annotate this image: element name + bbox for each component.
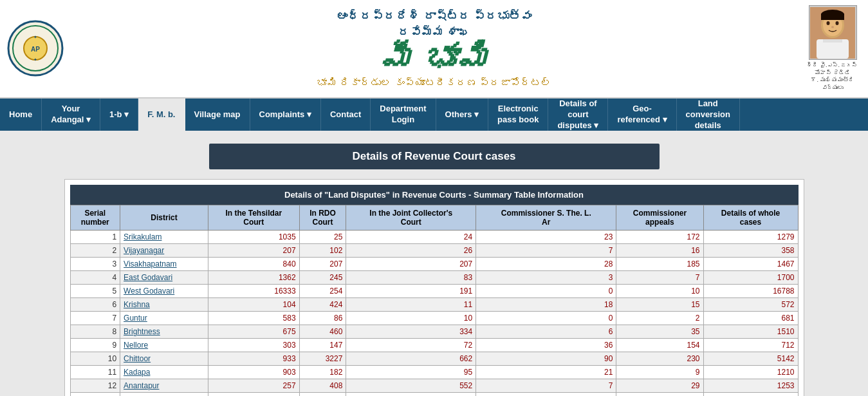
table-row: 5West Godavari1633325419101016788 <box>70 285 798 298</box>
district-cell[interactable]: Vijayanagar <box>120 244 208 258</box>
data-cell: 21 <box>476 366 616 379</box>
data-cell: 7 <box>476 379 616 393</box>
district-cell[interactable]: Guntur <box>120 312 208 325</box>
nav-item-department-login[interactable]: Department Login <box>371 99 436 131</box>
data-cell: 83 <box>346 271 476 285</box>
data-cell: 0 <box>476 312 616 325</box>
svg-rect-15 <box>823 39 842 42</box>
revenue-court-table: Serialnumber District In the TehsildarCo… <box>70 205 799 396</box>
data-cell: 6 <box>70 298 120 312</box>
table-row: 11Kadapa903182952191210 <box>70 366 798 379</box>
data-cell: 191 <box>346 285 476 298</box>
data-cell: 8 <box>70 325 120 339</box>
data-cell: 900 <box>703 393 798 396</box>
nav-item-home[interactable]: Home <box>0 99 42 131</box>
data-cell: 2 <box>70 244 120 258</box>
chief-minister-photo: శ్రీ వై.ఎస్. జగన్ మోహన్ రెడ్డి గౌ. ముఖ్య… <box>804 5 862 92</box>
data-cell: 26 <box>346 244 476 258</box>
data-cell: 681 <box>703 312 798 325</box>
data-cell: 4 <box>70 271 120 285</box>
district-cell[interactable]: West Godavari <box>120 285 208 298</box>
data-cell: 147 <box>299 339 346 352</box>
table-row: 12Anantapur2574085527291253 <box>70 379 798 393</box>
nav-item-village-map[interactable]: Village map <box>185 99 250 131</box>
data-cell: 1510 <box>703 325 798 339</box>
data-cell: 7 <box>616 271 703 285</box>
data-cell: 903 <box>208 366 299 379</box>
table-row: 6Krishna104424111815572 <box>70 298 798 312</box>
data-cell: 3 <box>476 271 616 285</box>
nav-item-complaints[interactable]: Complaints ▾ <box>250 99 321 131</box>
data-cell: 23 <box>476 231 616 244</box>
data-cell: 303 <box>208 339 299 352</box>
data-table-container: Details of "Land Disputes" in Revenue Co… <box>64 179 804 396</box>
data-cell: 86 <box>299 312 346 325</box>
nav-item-f.-m.-b.[interactable]: F. M. b. <box>138 99 185 131</box>
table-row: 2Vijayanagar20710226716358 <box>70 244 798 258</box>
col-header-comm-a: Commissionerappeals <box>616 205 703 231</box>
district-cell[interactable]: Visakhapatnam <box>120 258 208 271</box>
data-cell: 1700 <box>703 271 798 285</box>
data-cell: 460 <box>299 325 346 339</box>
nav-item-contact[interactable]: Contact <box>321 99 371 131</box>
data-cell: 103 <box>346 393 476 396</box>
data-cell: 172 <box>616 231 703 244</box>
data-cell: 16788 <box>703 285 798 298</box>
district-cell[interactable]: Kadapa <box>120 366 208 379</box>
table-row: 4East Godavari136224583371700 <box>70 271 798 285</box>
nav-item-geo--referenced[interactable]: Geo- referenced ▾ <box>608 99 676 131</box>
header-title-section: ఆంధ్రప్రదేశ్ రాష్ట్ర ప్రభుత్వం రవేమ్మ శా… <box>64 8 804 90</box>
data-cell: 29 <box>616 379 703 393</box>
nav-item-your-adangal[interactable]: Your Adangal ▾ <box>42 99 100 131</box>
nav-item-1-b[interactable]: 1-b ▾ <box>100 99 138 131</box>
data-cell: 230 <box>616 352 703 366</box>
nav-item-details-of-court-disputes[interactable]: Details of court disputes ▾ <box>548 99 608 131</box>
data-cell: 408 <box>299 379 346 393</box>
data-cell: 35 <box>616 325 703 339</box>
district-cell[interactable]: Krishna <box>120 298 208 312</box>
nav-item-others[interactable]: Others ▾ <box>436 99 489 131</box>
data-cell: 1210 <box>703 366 798 379</box>
state-logo: AP ✦ ✦ <box>6 19 64 77</box>
data-cell: 675 <box>208 325 299 339</box>
data-cell: 3 <box>70 258 120 271</box>
data-cell: 6 <box>476 325 616 339</box>
nav-item-electronic-pass-book[interactable]: Electronic pass book <box>488 99 548 131</box>
district-cell[interactable]: Brightness <box>120 325 208 339</box>
district-cell[interactable]: East Godavari <box>120 271 208 285</box>
page-title: Details of Revenue Court cases <box>209 144 660 169</box>
district-cell[interactable]: Srikakulam <box>120 231 208 244</box>
col-header-joint: In the Joint Collector'sCourt <box>346 205 476 231</box>
table-row: 8Brightness6754603346351510 <box>70 325 798 339</box>
table-row: 10Chittoor9333227662902305142 <box>70 352 798 366</box>
col-header-rdo: In RDOCourt <box>299 205 346 231</box>
data-cell: 0 <box>476 393 616 396</box>
table-row: 3Visakhapatnam840207207281851467 <box>70 258 798 271</box>
data-cell: 933 <box>208 352 299 366</box>
district-cell[interactable]: Anantapur <box>120 379 208 393</box>
data-cell: 5142 <box>703 352 798 366</box>
nav-item-land-conversion-details[interactable]: Land conversion details <box>677 99 740 131</box>
table-row: 13Kurnool635142103020900 <box>70 393 798 396</box>
data-cell: 15 <box>616 298 703 312</box>
data-cell: 207 <box>299 258 346 271</box>
data-cell: 424 <box>299 298 346 312</box>
data-cell: 1279 <box>703 231 798 244</box>
data-cell: 18 <box>476 298 616 312</box>
data-cell: 11 <box>70 366 120 379</box>
data-cell: 25 <box>299 231 346 244</box>
data-cell: 9 <box>70 339 120 352</box>
district-cell[interactable]: Kurnool <box>120 393 208 396</box>
data-cell: 102 <box>299 244 346 258</box>
header-main-title: మీ భూమి <box>64 41 804 77</box>
data-cell: 583 <box>208 312 299 325</box>
table-row: 1Srikakulam10352524231721279 <box>70 231 798 244</box>
district-cell[interactable]: Chittoor <box>120 352 208 366</box>
data-cell: 28 <box>476 258 616 271</box>
district-cell[interactable]: Nellore <box>120 339 208 352</box>
col-header-district: District <box>120 205 208 231</box>
data-cell: 104 <box>208 298 299 312</box>
data-cell: 662 <box>346 352 476 366</box>
table-title: Details of "Land Disputes" in Revenue Co… <box>70 185 799 205</box>
data-cell: 635 <box>208 393 299 396</box>
